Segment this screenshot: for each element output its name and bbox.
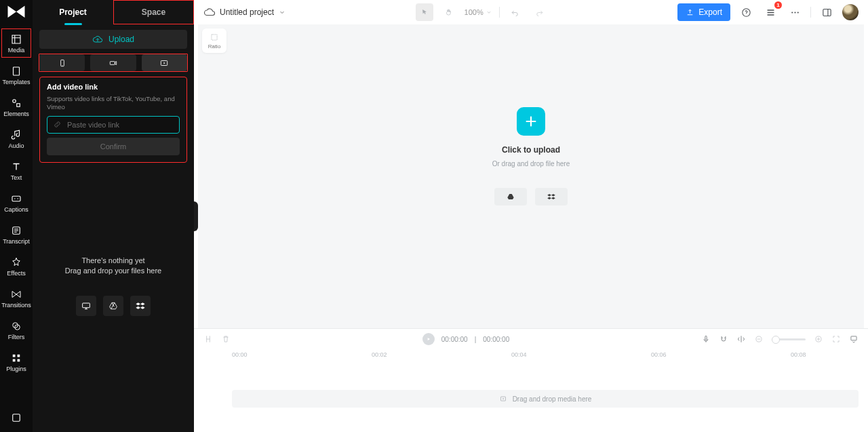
zoom-out-button[interactable]: [754, 334, 764, 344]
tab-project[interactable]: Project: [33, 0, 113, 24]
rail-effects[interactable]: Effects: [1, 252, 31, 281]
rail-media[interactable]: Media: [1, 28, 31, 58]
redo-button[interactable]: [531, 3, 549, 21]
more-button[interactable]: [786, 3, 804, 21]
dropzone-label: Drag and drop media here: [513, 395, 592, 403]
hand-tool-button[interactable]: [440, 3, 458, 21]
chevron-down-icon: [486, 9, 492, 16]
upload-plus-button[interactable]: [517, 107, 545, 136]
zoom-in-button[interactable]: [814, 334, 823, 344]
rail-plugins[interactable]: Plugins: [1, 347, 31, 376]
mic-button[interactable]: [701, 334, 711, 344]
source-row: [38, 53, 189, 73]
source-camera-button[interactable]: [90, 54, 136, 71]
video-link-input-wrap[interactable]: [47, 116, 180, 134]
play-button[interactable]: [422, 333, 435, 345]
media-icon: [10, 33, 22, 45]
video-link-input[interactable]: [66, 120, 174, 130]
source-phone-button[interactable]: [39, 54, 85, 71]
plus-icon: [524, 114, 538, 129]
filters-icon: [10, 320, 22, 332]
phone-icon: [57, 58, 68, 68]
source-dropbox-chip[interactable]: [130, 296, 151, 316]
rail-label: Audio: [8, 143, 24, 149]
effects-icon: [10, 256, 22, 269]
app-logo[interactable]: [6, 4, 26, 19]
svg-point-1: [13, 100, 16, 103]
cta-gdrive-chip[interactable]: [494, 188, 527, 205]
rail-text[interactable]: Text: [1, 156, 31, 185]
help-button[interactable]: [737, 3, 755, 21]
cursor-tool-button[interactable]: [416, 3, 433, 21]
project-title-text: Untitled project: [220, 7, 274, 17]
undo-button[interactable]: [507, 3, 524, 21]
upload-label: Upload: [108, 35, 134, 44]
rail-captions[interactable]: Captions: [1, 188, 31, 217]
layout-icon: [821, 7, 833, 18]
timeline: 00:00:00 | 00:00:00 00:00 00:02 00:04 00…: [194, 328, 868, 432]
delete-button[interactable]: [221, 334, 231, 344]
media-panel: Project Space Upload Add video link Supp…: [33, 0, 194, 432]
chevron-down-icon: [278, 8, 286, 16]
ratio-icon: [210, 33, 219, 42]
rail-transitions[interactable]: Transitions: [1, 283, 31, 313]
help-icon: [741, 7, 752, 18]
notifications-button[interactable]: 1: [762, 3, 779, 21]
transitions-icon: [10, 288, 22, 300]
upload-button[interactable]: Upload: [39, 30, 187, 49]
play-icon: [426, 336, 431, 342]
rail-filters[interactable]: Filters: [1, 315, 31, 345]
rail-templates[interactable]: Templates: [1, 60, 31, 90]
zoom-control[interactable]: 100%: [465, 8, 492, 16]
rail-label: Text: [11, 175, 22, 181]
timeline-track[interactable]: Drag and drop media here: [194, 366, 868, 432]
export-button[interactable]: Export: [677, 3, 730, 21]
rail-label: Templates: [2, 79, 30, 85]
expand-timeline-button[interactable]: [849, 334, 859, 344]
empty-source-icons: [76, 296, 151, 316]
timeline-zoom-slider[interactable]: [772, 338, 806, 340]
timeline-dropzone[interactable]: Drag and drop media here: [232, 390, 859, 408]
trash-icon: [221, 334, 231, 344]
text-icon: [10, 161, 22, 173]
source-computer-chip[interactable]: [76, 296, 96, 316]
source-link-button[interactable]: [142, 54, 187, 71]
tab-space[interactable]: Space: [113, 0, 194, 24]
rail-label: Plugins: [6, 366, 26, 372]
confirm-button[interactable]: Confirm: [47, 138, 180, 155]
rail-transcript[interactable]: Transcript: [1, 220, 31, 249]
elements-icon: [10, 97, 22, 109]
stack-icon: [765, 7, 776, 18]
rail-label: Effects: [7, 271, 25, 277]
svg-point-6: [15, 325, 20, 330]
split-button[interactable]: [203, 334, 213, 344]
source-gdrive-chip[interactable]: [103, 296, 123, 316]
topbar: Untitled project 100% Export: [194, 0, 868, 24]
card-subtitle: Supports video links of TikTok, YouTube,…: [47, 95, 180, 112]
more-icon: [789, 7, 801, 18]
empty-line1: There's nothing yet: [81, 256, 144, 264]
rail-label: Transitions: [1, 302, 31, 309]
rail-audio[interactable]: Audio: [1, 124, 31, 153]
fit-button[interactable]: [831, 334, 841, 344]
ratio-button[interactable]: Ratio: [202, 28, 226, 53]
rail-label: Media: [8, 47, 25, 54]
rail-settings-bottom[interactable]: [1, 412, 31, 432]
cta-dropbox-chip[interactable]: [535, 188, 568, 205]
gdrive-icon: [505, 192, 516, 201]
upload-cta: Click to upload Or drag and drop file he…: [492, 107, 570, 205]
layout-toggle-button[interactable]: [818, 3, 835, 21]
canvas[interactable]: Ratio Click to upload Or drag and drop f…: [198, 24, 864, 328]
user-avatar[interactable]: [842, 4, 859, 20]
rail-elements[interactable]: Elements: [1, 92, 31, 121]
timeline-toolbar: 00:00:00 | 00:00:00: [194, 329, 868, 349]
plugins-icon: [10, 352, 22, 364]
guide-button[interactable]: [736, 334, 746, 344]
ratio-label: Ratio: [208, 43, 221, 50]
timeline-ruler[interactable]: 00:00 00:02 00:04 00:06 00:08: [194, 349, 868, 366]
rail-label: Transcript: [3, 239, 30, 245]
magnet-button[interactable]: [719, 334, 728, 344]
project-title[interactable]: Untitled project: [203, 6, 286, 18]
mic-icon: [701, 334, 711, 344]
minus-circle-icon: [754, 334, 764, 344]
